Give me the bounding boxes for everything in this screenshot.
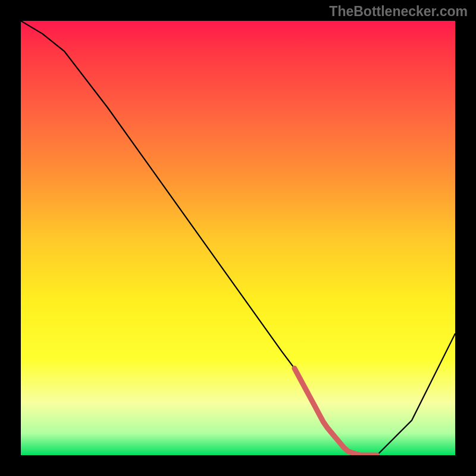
chart-area: [21, 21, 455, 455]
watermark-text: TheBottlenecker.com: [329, 4, 468, 20]
bottleneck-curve-path: [21, 21, 455, 455]
bottleneck-curve-svg: [21, 21, 455, 455]
optimal-zone-marker: [295, 368, 377, 455]
